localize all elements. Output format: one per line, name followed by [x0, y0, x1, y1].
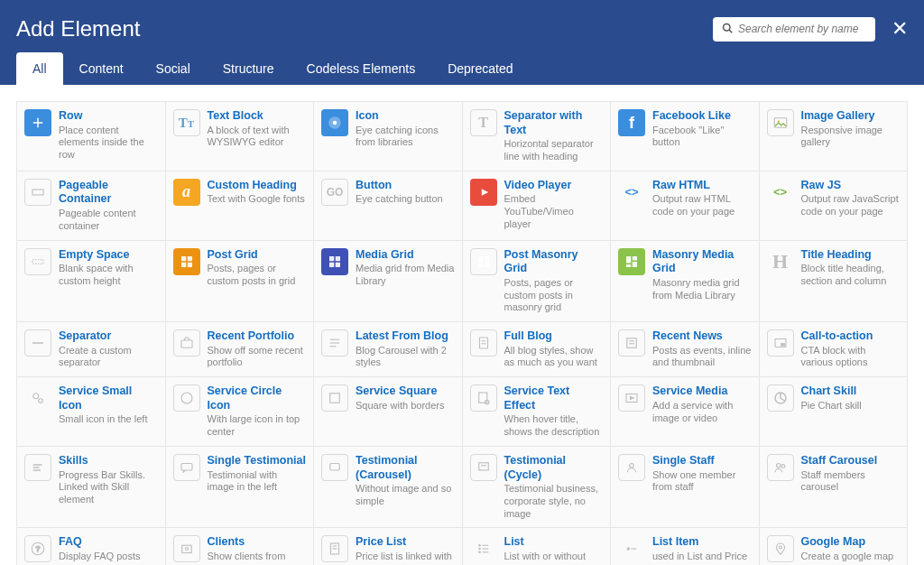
svg-point-66: [478, 551, 480, 553]
element-recent-news[interactable]: Recent NewsPosts as events, inline and t…: [611, 322, 759, 376]
header: Add Element ✕ AllContentSocialStructureC…: [0, 0, 924, 85]
element-staff-carousel[interactable]: Staff CarouselStaff members carousel: [760, 447, 908, 528]
element-title: Single Staff: [652, 454, 752, 468]
element-text: Single TestimonialTestimonial with image…: [208, 454, 307, 494]
element-raw-html[interactable]: <>Raw HTMLOutput raw HTML code on your p…: [611, 171, 759, 240]
tab-codeless-elements[interactable]: Codeless Elements: [291, 52, 432, 85]
sep-icon: [24, 329, 51, 357]
svg-rect-32: [627, 338, 637, 348]
element-text: Recent NewsPosts as events, inline and t…: [652, 329, 752, 369]
element-desc: Posts, pages or custom posts in masonry …: [504, 277, 604, 314]
element-desc: Output raw HTML code on your page: [652, 193, 752, 218]
tab-deprecated[interactable]: Deprecated: [431, 52, 529, 85]
search-input[interactable]: [733, 23, 866, 35]
element-button[interactable]: GOButtonEye catching button: [314, 171, 462, 240]
svg-rect-49: [330, 463, 340, 470]
svg-point-62: [478, 545, 480, 547]
element-call-to-action[interactable]: Call-to-actionCTA block with various opt…: [760, 322, 908, 376]
faq-icon: ?: [24, 535, 51, 562]
element-separator[interactable]: SeparatorCreate a custom separator: [17, 322, 165, 376]
element-testimonial-carousel-[interactable]: Testimonial (Carousel)Without image and …: [314, 447, 462, 528]
element-google-map[interactable]: Google MapCreate a google map: [760, 528, 908, 565]
element-service-circle-icon[interactable]: Service Circle IconWith large icon in to…: [166, 377, 314, 446]
element-desc: Place content elements inside the row: [59, 125, 158, 162]
tab-all[interactable]: All: [16, 52, 63, 85]
element-service-square[interactable]: Service SquareSquare with borders: [314, 377, 462, 446]
news-icon: [618, 329, 645, 357]
element-text: SkillsProgress Bar Skills. Linked with S…: [59, 454, 158, 506]
element-text-block[interactable]: TTText BlockA block of text with WYSIWYG…: [166, 102, 314, 171]
element-title: Service Small Icon: [59, 384, 158, 412]
element-text: ListList with or without description: [504, 535, 604, 565]
doc-icon: [470, 329, 497, 357]
element-price-list[interactable]: Price ListPrice list is linked with List…: [314, 528, 462, 565]
tab-content[interactable]: Content: [63, 52, 140, 85]
svg-rect-20: [626, 256, 631, 264]
tab-structure[interactable]: Structure: [207, 52, 291, 85]
element-service-text-effect[interactable]: Service Text EffectWhen hover title, sho…: [463, 377, 611, 446]
element-service-small-icon[interactable]: Service Small IconSmall icon in the left: [17, 377, 165, 446]
element-title: Service Square: [356, 384, 455, 399]
element-desc: Add a service with image or video: [652, 400, 752, 425]
element-list-item[interactable]: List Itemused in List and Price List: [611, 528, 759, 565]
element-chart-skill[interactable]: Chart SkillPie Chart skill: [760, 377, 908, 446]
element-recent-portfolio[interactable]: Recent PortfolioShow off some recent por…: [166, 322, 314, 376]
search-wrap: ✕: [713, 17, 908, 42]
element-title: Testimonial (Cycle): [504, 454, 604, 482]
element-title: Video Player: [504, 179, 604, 193]
element-title: Button: [356, 179, 455, 193]
element-separator-with-text[interactable]: TSeparator with TextHorizontal separator…: [463, 102, 611, 171]
element-text: Testimonial (Cycle)Testimonial business,…: [504, 454, 604, 521]
element-text: Post Masonry GridPosts, pages or custom …: [504, 248, 604, 315]
element-desc: Show off some recent portfolio: [208, 345, 307, 370]
svg-rect-36: [781, 344, 784, 346]
map-icon: [767, 535, 794, 562]
element-text: Facebook LikeFacebook "Like" button: [652, 109, 752, 149]
close-icon[interactable]: ✕: [892, 17, 908, 41]
element-single-staff[interactable]: Single StaffShow one member from staff: [611, 447, 759, 528]
element-icon[interactable]: IconEye catching icons from libraries: [314, 102, 462, 171]
element-title: Raw JS: [801, 179, 901, 193]
element-empty-space[interactable]: Empty SpaceBlank space with custom heigh…: [17, 241, 165, 322]
element-list[interactable]: ListList with or without description: [463, 528, 611, 565]
element-desc: Create a custom separator: [59, 345, 158, 370]
element-single-testimonial[interactable]: Single TestimonialTestimonial with image…: [166, 447, 314, 528]
element-facebook-like[interactable]: fFacebook LikeFacebook "Like" button: [611, 102, 759, 171]
element-media-grid[interactable]: Media GridMedia grid from Media Library: [314, 241, 462, 322]
element-custom-heading[interactable]: aCustom HeadingText with Google fonts: [166, 171, 314, 240]
codejs-icon: <>: [767, 179, 794, 206]
element-faq[interactable]: ?FAQDisplay FAQ posts: [17, 528, 165, 565]
element-row[interactable]: RowPlace content elements inside the row: [17, 102, 165, 171]
svg-rect-17: [484, 256, 488, 261]
element-full-blog[interactable]: Full BlogAll blog styles, show as much a…: [463, 322, 611, 376]
plus-icon: [24, 109, 51, 136]
svg-line-1: [729, 30, 732, 32]
pie-icon: [767, 384, 794, 412]
element-clients[interactable]: ClientsShow clients from Theme Options -…: [166, 528, 314, 565]
element-masonry-media-grid[interactable]: Masonry Media GridMasonry media grid fro…: [611, 241, 759, 322]
element-service-media[interactable]: Service MediaAdd a service with image or…: [611, 377, 759, 446]
element-testimonial-cycle-[interactable]: Testimonial (Cycle)Testimonial business,…: [463, 447, 611, 528]
element-video-player[interactable]: Video PlayerEmbed YouTube/Vimeo player: [463, 171, 611, 240]
element-desc: Block title heading, section and column: [801, 263, 901, 288]
svg-rect-40: [330, 394, 340, 403]
element-desc: Posts as events, inline and thumbnail: [652, 345, 752, 370]
svg-point-70: [779, 546, 781, 549]
element-pageable-container[interactable]: Pageable ContainerPageable content conta…: [17, 171, 165, 240]
element-title-heading[interactable]: HTitle HeadingBlock title heading, secti…: [760, 241, 908, 322]
quote3-icon: [470, 454, 497, 481]
svg-point-53: [776, 463, 781, 468]
element-skills[interactable]: SkillsProgress Bar Skills. Linked with S…: [17, 447, 165, 528]
element-title: Masonry Media Grid: [652, 248, 752, 276]
element-latest-from-blog[interactable]: Latest From BlogBlog Carousel with 2 sty…: [314, 322, 462, 376]
search-box[interactable]: [713, 17, 875, 42]
element-post-masonry-grid[interactable]: Post Masonry GridPosts, pages or custom …: [463, 241, 611, 322]
svg-point-3: [333, 121, 337, 125]
element-raw-js[interactable]: <>Raw JSOutput raw JavaScript code on yo…: [760, 171, 908, 240]
element-desc: Output raw JavaScript code on your page: [801, 193, 901, 218]
masonry-icon: [470, 248, 497, 275]
tab-social[interactable]: Social: [140, 52, 207, 85]
element-post-grid[interactable]: Post GridPosts, pages or custom posts in…: [166, 241, 314, 322]
element-text: Text BlockA block of text with WYSIWYG e…: [208, 109, 307, 149]
element-image-gallery[interactable]: Image GalleryResponsive image gallery: [760, 102, 908, 171]
